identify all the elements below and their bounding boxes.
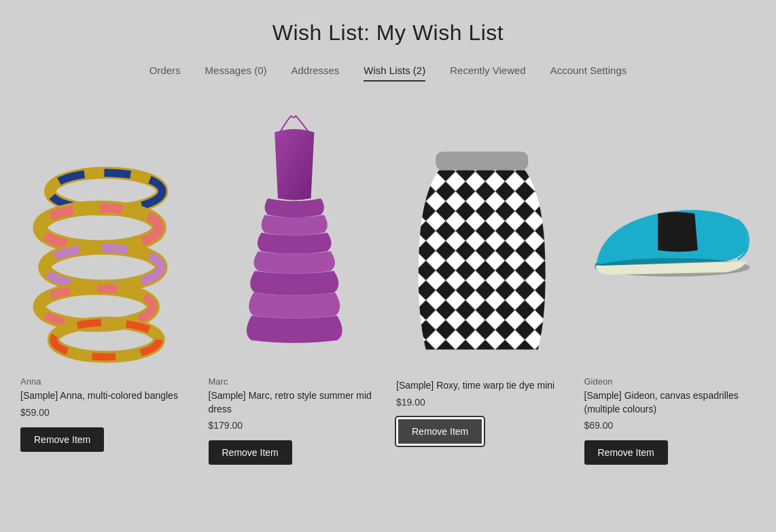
product-price-gideon-shoes: $69.00 <box>584 420 756 431</box>
product-name-anna-bangles: [Sample] Anna, multi-colored bangles <box>20 389 192 403</box>
nav-tabs: OrdersMessages (0)AddressesWish Lists (2… <box>14 65 762 82</box>
nav-tab-messages[interactable]: Messages (0) <box>205 65 267 82</box>
product-price-roxy-skirt: $19.00 <box>396 397 568 408</box>
remove-item-button-roxy-skirt[interactable]: Remove Item <box>396 417 484 446</box>
nav-tab-orders[interactable]: Orders <box>149 65 181 82</box>
product-brand-gideon-shoes: Gideon <box>584 376 756 387</box>
page-title: Wish List: My Wish List <box>14 20 762 46</box>
product-name-marc-dress: [Sample] Marc, retro style summer mid dr… <box>209 389 381 416</box>
product-name-gideon-shoes: [Sample] Gideon, canvas espadrilles (mul… <box>584 389 756 416</box>
product-price-marc-dress: $179.00 <box>209 420 381 431</box>
product-name-roxy-skirt: [Sample] Roxy, time warp tie dye mini <box>396 379 568 393</box>
product-brand-marc-dress: Marc <box>209 376 381 387</box>
product-card-anna-bangles: Anna[Sample] Anna, multi-colored bangles… <box>20 109 192 465</box>
nav-tab-recently-viewed[interactable]: Recently Viewed <box>450 65 525 82</box>
svg-rect-12 <box>436 152 528 171</box>
product-price-anna-bangles: $59.00 <box>20 407 192 418</box>
remove-item-button-gideon-shoes[interactable]: Remove Item <box>584 440 668 465</box>
nav-tab-wishlists[interactable]: Wish Lists (2) <box>364 65 425 82</box>
page-container: Wish List: My Wish List OrdersMessages (… <box>0 0 776 492</box>
product-image-roxy-skirt <box>396 109 568 367</box>
nav-tab-addresses[interactable]: Addresses <box>291 65 339 82</box>
product-image-anna-bangles <box>20 109 192 367</box>
product-card-gideon-shoes: Gideon[Sample] Gideon, canvas espadrille… <box>584 109 756 465</box>
products-grid: Anna[Sample] Anna, multi-colored bangles… <box>14 109 762 465</box>
product-card-roxy-skirt: [Sample] Roxy, time warp tie dye mini$19… <box>396 109 568 465</box>
remove-item-button-marc-dress[interactable]: Remove Item <box>209 440 292 465</box>
product-image-marc-dress <box>209 109 381 367</box>
product-card-marc-dress: Marc[Sample] Marc, retro style summer mi… <box>209 109 381 465</box>
remove-item-button-anna-bangles[interactable]: Remove Item <box>20 427 104 452</box>
product-image-gideon-shoes <box>584 109 756 367</box>
product-brand-anna-bangles: Anna <box>20 376 192 387</box>
nav-tab-account-settings[interactable]: Account Settings <box>550 65 627 82</box>
